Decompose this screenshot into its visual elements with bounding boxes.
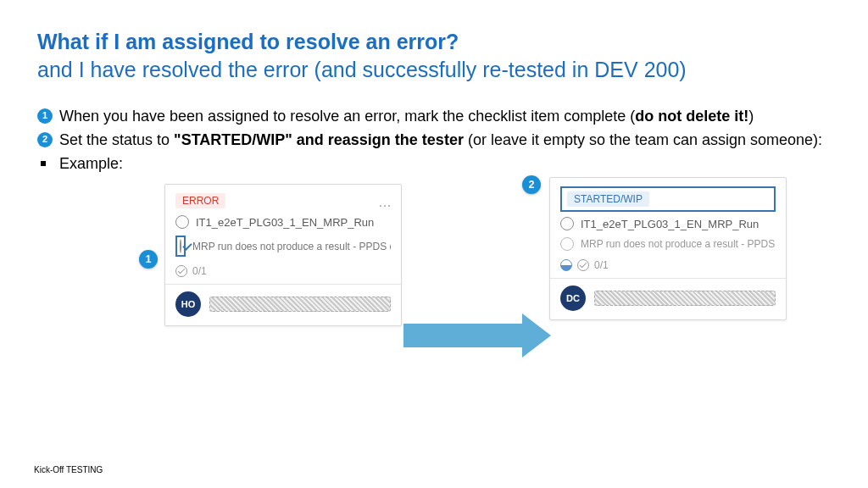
bullet-1-text-bold: do not delete it! bbox=[635, 108, 748, 125]
task-2-title: MRP run does not produce a result - PPDS… bbox=[581, 238, 776, 250]
example-cards-row: 1 2 ERROR … IT1_e2eT_PLG03_1_EN_MRP_Run … bbox=[37, 184, 831, 404]
callout-badge-2: 2 bbox=[522, 175, 541, 194]
unchecked-circle-icon[interactable] bbox=[175, 215, 189, 229]
task-2-title: MRP run does not produce a result - PPDS… bbox=[192, 241, 391, 252]
progress-half-circle-icon bbox=[560, 259, 572, 271]
task-row-1: IT1_e2eT_PLG03_1_EN_MRP_Run bbox=[175, 215, 391, 229]
bullet-2-number-badge: 2 bbox=[37, 132, 53, 147]
avatar[interactable]: DC bbox=[560, 286, 586, 311]
checklist-counter-icon bbox=[577, 259, 589, 271]
checked-circle-icon[interactable] bbox=[180, 239, 181, 253]
checklist-counter-icon bbox=[175, 265, 187, 277]
slide-title-line1: What if I am assigned to resolve an erro… bbox=[37, 29, 831, 55]
checklist-counter-row: 0/1 bbox=[175, 265, 391, 277]
task-card-before: ERROR … IT1_e2eT_PLG03_1_EN_MRP_Run MRP … bbox=[164, 184, 402, 326]
body-list: 1 When you have been assigned to resolve… bbox=[37, 106, 831, 175]
assignee-name-redacted bbox=[209, 297, 391, 312]
bullet-1-text-post: ) bbox=[748, 108, 754, 125]
status-callout-box: STARTED/WIP bbox=[560, 186, 776, 212]
unchecked-circle-icon[interactable] bbox=[560, 217, 574, 230]
bullet-1-text-pre: When you have been assigned to resolve a… bbox=[59, 108, 635, 125]
bullet-2: 2 Set the status to "STARTED/WIP" and re… bbox=[37, 130, 831, 150]
task-card-after: STARTED/WIP IT1_e2eT_PLG03_1_EN_MRP_Run … bbox=[549, 177, 787, 320]
square-bullet-icon bbox=[41, 161, 46, 166]
slide-title-line2: and I have resolved the error (and succe… bbox=[37, 57, 831, 83]
bullet-1: 1 When you have been assigned to resolve… bbox=[37, 106, 831, 126]
card-menu-button[interactable]: … bbox=[378, 195, 392, 210]
bullet-3-text: Example: bbox=[59, 155, 123, 172]
task-row-2: MRP run does not produce a result - PPDS… bbox=[560, 237, 776, 251]
avatar[interactable]: HO bbox=[175, 291, 201, 317]
task-row-2: MRP run does not produce a result - PPDS… bbox=[175, 236, 391, 257]
bullet-3: Example: bbox=[37, 153, 831, 174]
bullet-1-number-badge: 1 bbox=[37, 108, 53, 124]
bullet-2-text-pre: Set the status to bbox=[59, 131, 174, 148]
checklist-counter-value: 0/1 bbox=[192, 265, 207, 277]
assignee-row: HO bbox=[165, 284, 401, 325]
status-tag-wip[interactable]: STARTED/WIP bbox=[567, 191, 649, 207]
task-row-1: IT1_e2eT_PLG03_1_EN_MRP_Run bbox=[560, 217, 776, 230]
checklist-counter-value: 0/1 bbox=[594, 259, 609, 271]
task-1-title: IT1_e2eT_PLG03_1_EN_MRP_Run bbox=[196, 216, 374, 229]
bullet-2-text-bold: "STARTED/WIP" and reassign the tester bbox=[174, 131, 464, 148]
bullet-2-text-post: (or leave it empty so the team can assig… bbox=[464, 131, 822, 148]
status-tag-error[interactable]: ERROR bbox=[175, 193, 225, 208]
unchecked-circle-icon[interactable] bbox=[560, 237, 574, 251]
checkbox-callout-box bbox=[175, 236, 186, 257]
callout-badge-1: 1 bbox=[139, 250, 158, 269]
slide-footer: Kick-Off TESTING bbox=[34, 465, 103, 474]
checklist-counter-row: 0/1 bbox=[560, 259, 776, 271]
arrow-icon bbox=[403, 324, 522, 347]
assignee-row: DC bbox=[550, 278, 786, 319]
task-1-title: IT1_e2eT_PLG03_1_EN_MRP_Run bbox=[581, 218, 759, 230]
assignee-name-redacted bbox=[594, 291, 776, 306]
